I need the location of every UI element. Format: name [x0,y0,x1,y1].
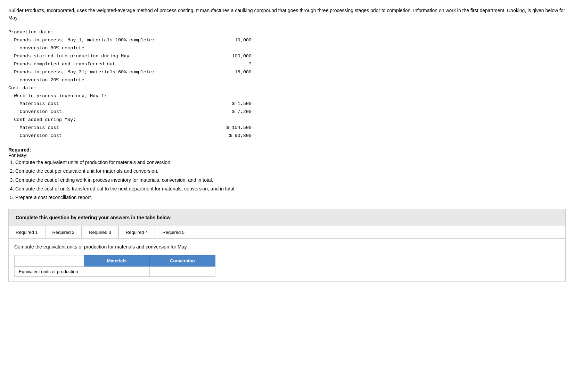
cost-value-added-header [210,116,252,124]
cost-label-added-header: Cost added during May: [8,116,76,124]
cost-label-conversion: Conversion cost [8,108,62,116]
required-item-3: Compute the cost of ending work in proce… [15,176,566,185]
tab-required-4[interactable]: Required 4 [119,226,156,238]
complete-box: Complete this question by entering your … [8,209,566,226]
conversion-col-header: Conversion [150,255,215,267]
answer-table: Materials Conversion Equivalent units of… [14,255,215,277]
tab-required-2[interactable]: Required 2 [46,226,82,238]
table-row: Equivalent units of production [15,267,215,277]
required-item-1: Compute the equivalent units of producti… [15,158,566,167]
cost-value-added-materials: $ 154,500 [210,124,252,132]
tabs-container: Required 1 Required 2 Required 3 Require… [8,226,566,282]
cost-label-added-materials: Materials cost [8,124,59,132]
complete-box-text: Complete this question by entering your … [16,215,172,220]
required-header: Required: [8,147,31,153]
production-data-section: Production data: Pounds in process, May … [8,28,566,140]
empty-header [15,255,84,267]
cost-value-wip-header [210,92,252,100]
cost-row-conversion: Conversion cost $ 7,200 [8,108,252,116]
conversion-input[interactable] [152,268,213,275]
cost-row-added-conversion: Conversion cost $ 90,800 [8,132,252,140]
cost-value-materials: $ 1,500 [210,100,252,108]
table-header-row: Materials Conversion [15,255,215,267]
tabs-row: Required 1 Required 2 Required 3 Require… [9,226,565,239]
tab-required-1[interactable]: Required 1 [9,226,46,238]
cost-label-materials: Materials cost [8,100,59,108]
materials-input[interactable] [86,268,147,275]
cost-label-wip-header: Work in process inventory, May 1: [8,92,107,100]
cost-data-header: Cost data: [8,84,566,92]
required-item-4: Compute the cost of units transferred ou… [15,185,566,193]
cost-row-added-materials: Materials cost $ 154,500 [8,124,252,132]
prod-label-2: Pounds started into production during Ma… [8,52,129,60]
prod-value-1: 10,000 [210,36,252,52]
prod-value-4: 15,000 [210,68,252,84]
prod-value-2: 100,000 [210,52,252,60]
cost-value-added-conversion: $ 90,800 [210,132,252,140]
prod-row-3: Pounds completed and transferred out ? [8,60,252,68]
prod-value-3: ? [210,60,252,68]
tab1-instruction: Compute the equivalent units of producti… [14,244,560,250]
prod-label-1: Pounds in process, May 1; materials 100%… [8,36,155,52]
materials-input-cell[interactable] [84,267,150,277]
cost-value-conversion: $ 7,200 [210,108,252,116]
row-label-equiv-units: Equivalent units of production [15,267,84,277]
cost-row-materials: Materials cost $ 1,500 [8,100,252,108]
required-sub: For May: [8,153,566,158]
prod-row-4: Pounds in process, May 31; materials 60%… [8,68,252,84]
required-item-5: Prepare a cost reconciliation report. [15,193,566,202]
required-item-2: Compute the cost per equivalent unit for… [15,167,566,175]
tab1-content: Compute the equivalent units of producti… [9,239,565,281]
conversion-input-cell[interactable] [150,267,215,277]
answer-table-wrapper: Materials Conversion Equivalent units of… [14,255,560,277]
prod-label-4: Pounds in process, May 31; materials 60%… [8,68,155,84]
prod-row-1: Pounds in process, May 1; materials 100%… [8,36,252,52]
intro-text: Builder Products, Incorporated, uses the… [8,7,566,22]
prod-label-3: Pounds completed and transferred out [8,60,115,68]
prod-row-2: Pounds started into production during Ma… [8,52,252,60]
production-data-header: Production data: [8,28,566,36]
tab-required-5[interactable]: Required 5 [155,226,191,238]
required-list: Compute the equivalent units of producti… [15,158,566,202]
cost-row-wip-header: Work in process inventory, May 1: [8,92,252,100]
required-section: Required: For May: Compute the equivalen… [8,147,566,202]
tab-required-3[interactable]: Required 3 [82,226,119,238]
cost-label-added-conversion: Conversion cost [8,132,62,140]
cost-row-added-header: Cost added during May: [8,116,252,124]
materials-col-header: Materials [84,255,150,267]
